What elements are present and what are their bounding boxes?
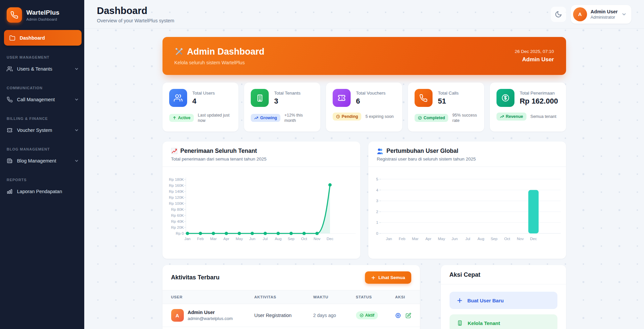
stat-note: Semua tenant (530, 114, 556, 119)
trending-up-icon (254, 116, 258, 120)
svg-text:Rp 140K: Rp 140K (169, 189, 184, 193)
app-name: WartelPlus (26, 9, 60, 16)
svg-text:Oct: Oct (504, 237, 510, 241)
hammer-wrench-icon (174, 47, 183, 56)
stat-cards: Total Users 4 Active Last updated just n… (162, 83, 566, 132)
chevron-down-icon (74, 128, 79, 133)
manage-tenant-button[interactable]: Kelola Tenant (450, 314, 557, 329)
see-all-button[interactable]: Lihat Semua (365, 271, 411, 284)
eye-icon (395, 313, 401, 318)
admin-banner: Admin Dashboard Kelola seluruh sistem Wa… (162, 37, 566, 75)
sidebar-item-voucher-system[interactable]: Voucher System (0, 123, 84, 138)
status-badge: Revenue (496, 113, 526, 121)
stat-card-total-penerimaan: Total Penerimaan Rp 162.000 Revenue Semu… (490, 83, 566, 132)
user-name: Admin User (591, 9, 618, 14)
moon-icon (555, 11, 562, 18)
view-button[interactable] (395, 313, 401, 318)
sidebar-item-dashboard[interactable]: Dashboard (4, 30, 82, 46)
sidebar-item-call-management[interactable]: Call Management (0, 92, 84, 107)
user-growth-chart-card: Pertumbuhan User Global Registrasi user … (368, 142, 566, 259)
svg-text:Sep: Sep (490, 237, 497, 241)
user-menu[interactable]: A Admin User Administrator (571, 5, 631, 24)
busts-icon (377, 148, 384, 155)
charts-row: Penerimaan Seluruh Tenant Total penerima… (162, 142, 566, 259)
stat-value: 3 (274, 97, 300, 106)
sidebar-item-laporan-pendapatan[interactable]: Laporan Pendapatan (0, 184, 84, 199)
stat-note: 5 expiring soon (365, 114, 394, 119)
stat-value: 6 (356, 97, 386, 106)
svg-text:Feb: Feb (197, 237, 203, 241)
chevron-down-icon (74, 97, 79, 102)
brand: WartelPlus Admin Dashboard (0, 0, 84, 29)
svg-text:Nov: Nov (313, 237, 320, 241)
stat-note: +12% this month (284, 113, 314, 124)
clock-icon (336, 115, 340, 119)
svg-text:3: 3 (376, 199, 378, 203)
user-role: Administrator (591, 15, 618, 20)
sidebar: WartelPlus Admin Dashboard Dashboard USE… (0, 0, 84, 329)
svg-text:Mar: Mar (210, 237, 216, 241)
recent-activity-card: Aktivitas Terbaru Lihat Semua USER AKTIV… (162, 265, 420, 329)
app-root: WartelPlus Admin Dashboard Dashboard USE… (0, 0, 644, 329)
row-user-email: admin@wartelplus.com (188, 316, 233, 321)
bottom-row: Aktivitas Terbaru Lihat Semua USER AKTIV… (162, 265, 566, 329)
phone-logo-icon (7, 7, 22, 23)
svg-text:Apr: Apr (425, 237, 431, 241)
sidebar-item-users-tenants[interactable]: Users & Tenants (0, 62, 84, 76)
content: Admin Dashboard Kelola seluruh sistem Wa… (162, 29, 566, 329)
column-header: WAKTU (313, 295, 356, 299)
svg-text:5: 5 (376, 177, 378, 181)
quick-actions-card: Aksi Cepat Buat User Baru Kelola Tenant (441, 265, 566, 329)
stat-note: 95% success rate (452, 113, 477, 124)
stat-label: Total Vouchers (356, 91, 386, 96)
row-user-name: Admin User (188, 310, 233, 315)
stat-card-total-users: Total Users 4 Active Last updated just n… (162, 83, 239, 132)
svg-text:Jul: Jul (465, 237, 470, 241)
sidebar-item-label: Call Management (17, 97, 55, 102)
svg-text:Apr: Apr (223, 237, 229, 241)
status-badge: Aktif (356, 311, 378, 319)
ticket-icon (333, 89, 351, 107)
svg-text:Rp 0: Rp 0 (175, 231, 183, 235)
svg-text:Jun: Jun (249, 237, 255, 241)
table-row: A Admin User admin@wartelplus.com User R… (162, 304, 420, 327)
stat-card-total-tenants: Total Tenants 3 Growing +12% this month (244, 83, 320, 132)
column-header: AKSI (395, 295, 411, 299)
building-icon (457, 320, 463, 326)
edit-button[interactable] (406, 313, 411, 318)
stat-label: Total Penerimaan (520, 91, 558, 96)
activity-title: Aktivitas Terbaru (171, 274, 220, 281)
stat-value: 4 (192, 97, 215, 106)
stat-card-total-calls: Total Calls 51 Completed 95% success rat… (408, 83, 484, 132)
check-circle-icon (418, 116, 422, 120)
folder-icon (9, 35, 15, 41)
row-time: 2 days ago (313, 313, 356, 318)
stat-note: Last updated just now (198, 113, 232, 124)
status-badge: Active (169, 114, 194, 122)
sidebar-item-blog-management[interactable]: Blog Management (0, 154, 84, 168)
column-header: AKTIVITAS (254, 295, 313, 299)
svg-text:Dec: Dec (530, 237, 537, 241)
phone-icon (415, 89, 433, 107)
svg-text:Nov: Nov (517, 237, 524, 241)
chevron-down-icon (621, 12, 627, 17)
theme-toggle-button[interactable] (551, 7, 566, 22)
svg-text:May: May (438, 237, 445, 241)
svg-text:Aug: Aug (275, 237, 281, 241)
svg-text:4: 4 (376, 188, 378, 192)
sidebar-item-label: Voucher System (17, 128, 52, 133)
trending-up-icon (500, 115, 504, 119)
svg-text:Oct: Oct (301, 237, 307, 241)
nav-section-billing-finance: BILLING & FINANCE (7, 117, 78, 121)
create-user-button[interactable]: Buat User Baru (450, 292, 557, 309)
plus-icon (457, 298, 463, 303)
ticket-icon (7, 127, 13, 133)
sidebar-item-label: Blog Management (17, 158, 56, 164)
chart-title: Pertumbuhan User Global (387, 148, 459, 155)
plus-icon (371, 275, 376, 280)
svg-text:Feb: Feb (399, 237, 405, 241)
revenue-line-chart: Rp 0Rp 20KRp 40KRp 60KRp 80KRp 100KRp 12… (162, 167, 360, 257)
banner-user: Admin User (515, 56, 554, 63)
chart-subtitle: Total penerimaan dari semua tenant tahun… (171, 157, 352, 162)
newspaper-icon (7, 158, 13, 164)
